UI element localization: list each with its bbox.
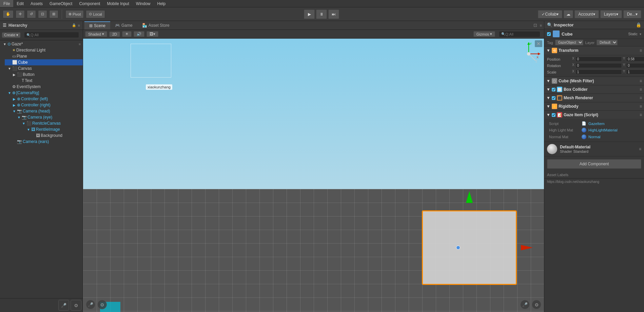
local-button[interactable]: ⊙ Local (86, 10, 105, 18)
pivot-button[interactable]: ⊕ Pivot (65, 10, 84, 18)
2d-button[interactable]: 2D (109, 32, 120, 37)
inspector-lock[interactable]: 🔒 (636, 22, 641, 27)
create-dropdown[interactable]: Create ▾ (2, 33, 20, 38)
mesh-renderer-collapse: ▼ (546, 96, 550, 100)
gaze-item-header[interactable]: ▼ 📝 Gaze Item (Script) ≡ (544, 111, 644, 119)
hierarchy-item-ctrl-right[interactable]: ▶ ⊕ Controller (right) (9, 102, 83, 108)
position-x[interactable] (575, 57, 622, 62)
menu-mobileinput[interactable]: Mobile Input (103, 0, 132, 7)
position-y[interactable] (626, 57, 644, 62)
fx-btn[interactable]: 🖼▾ (147, 31, 158, 37)
step-button[interactable]: ⏭ (328, 9, 339, 19)
layers-button[interactable]: Layers ▾ (600, 10, 622, 18)
hierarchy-item-bg[interactable]: 🖼 Background (28, 132, 83, 139)
scale-x[interactable] (575, 69, 622, 75)
collab-button[interactable]: ✓ Collab ▾ (538, 10, 562, 18)
hierarchy-item-renitcle[interactable]: ▼ ⬛ RenitcleCanvas (19, 120, 83, 126)
tag-dropdown[interactable]: GazeObject (555, 40, 583, 45)
transform-header[interactable]: ▼ ⟲ Transform ≡ (544, 46, 644, 55)
hierarchy-toolbar: Create ▾ 🔍 (0, 30, 83, 40)
menu-assets[interactable]: Assets (27, 0, 46, 7)
tab-assetstore[interactable]: 🏪 Asset Store (137, 22, 174, 29)
hier-label-cam-ears: Camera (ears) (23, 139, 49, 144)
hierarchy-menu[interactable]: ≡ (78, 23, 80, 27)
obj-active-checkbox[interactable] (547, 32, 551, 36)
mic-btn-viewport-r[interactable]: 🎤 (520, 300, 530, 309)
hierarchy-item-cam-eye[interactable]: ▼ 📷 Camera (eye) (14, 114, 83, 120)
menu-component[interactable]: Component (76, 0, 103, 7)
menu-window[interactable]: Window (133, 0, 154, 7)
hierarchy-item-gaze[interactable]: ▼ ⊙ Gaze* ≡ (0, 41, 83, 47)
cloud-button[interactable]: ☁ (564, 10, 573, 18)
layout-button[interactable]: De... ▾ (623, 10, 641, 18)
menu-edit[interactable]: Edit (13, 0, 27, 7)
hierarchy-item-camerarig[interactable]: ▼ ⊕ [CameraRig] (5, 90, 83, 96)
gizmos-dropdown[interactable]: Gizmos ▾ (473, 31, 495, 37)
tab-game[interactable]: 🎮 Game (110, 22, 137, 29)
hierarchy-item-rentile[interactable]: ▼ 🖼 RentileImage (24, 126, 83, 132)
scene-maximize-icon[interactable]: ⊡ (531, 23, 540, 28)
hierarchy-item-canvas[interactable]: ▼ ⬛ Canvas (5, 65, 83, 71)
scene-search-input[interactable] (505, 32, 538, 36)
mic-btn-viewport[interactable]: 🎤 (86, 300, 95, 309)
hierarchy-lock[interactable]: 🔒 (72, 23, 76, 27)
account-button[interactable]: Account ▾ (574, 10, 599, 18)
viewport[interactable]: xiaokunzhang Y (83, 39, 544, 312)
rotation-y[interactable] (626, 63, 644, 68)
hierarchy-item-eventsystem[interactable]: ⚙ EventSystem (5, 84, 83, 90)
rigidbody-menu[interactable]: ≡ (640, 104, 642, 109)
hierarchy-item-button[interactable]: ▶ ⬛ Button (9, 71, 83, 78)
tab-scene[interactable]: ⊞ Scene (84, 21, 110, 29)
transform-menu[interactable]: ≡ (640, 48, 642, 53)
box-collider-menu[interactable]: ≡ (640, 87, 642, 92)
lighting-btn[interactable]: ☀ (122, 31, 132, 37)
circle-btn-hierarchy[interactable]: ⊙ (71, 300, 81, 311)
layer-dropdown[interactable]: Default (597, 40, 618, 45)
tool-rect[interactable]: ⊞ (49, 10, 58, 18)
pause-button[interactable]: ⏸ (316, 9, 327, 19)
tool-move[interactable]: ✛ (16, 10, 25, 18)
rotation-xyz: X Y Z (572, 63, 644, 68)
mesh-filter-menu[interactable]: ≡ (640, 79, 642, 83)
hierarchy-item-cam-head[interactable]: ▼ 📷 Camera (head) (9, 108, 83, 114)
box-collider-enabled[interactable] (552, 88, 555, 91)
play-button[interactable]: ▶ (304, 9, 315, 19)
rigidbody-header[interactable]: ▼ ⚡ Rigidbody ≡ (544, 102, 644, 110)
menu-file[interactable]: File (0, 0, 13, 7)
hierarchy-item-plane[interactable]: ▭ Plane (5, 53, 83, 59)
mesh-renderer-enabled[interactable] (552, 96, 555, 100)
tool-scale[interactable]: ⊡ (38, 10, 47, 18)
hierarchy-search-input[interactable] (31, 33, 77, 37)
mesh-renderer-header[interactable]: ▼ ⬛ Mesh Renderer ≡ (544, 94, 644, 102)
audio-btn[interactable]: 🔊 (134, 31, 144, 37)
hierarchy-item-cube[interactable]: ⬜ Cube (5, 59, 83, 65)
default-mat-menu[interactable]: ≡ (639, 147, 641, 151)
circle-btn-viewport[interactable]: ⊙ (97, 300, 107, 309)
viewport-close-btn[interactable]: ✕ (535, 40, 542, 47)
scene-menu-icon[interactable]: ≡ (540, 23, 544, 27)
move-arrow-right[interactable] (521, 245, 533, 250)
mic-btn-hierarchy[interactable]: 🎤 (58, 300, 69, 311)
rotation-x[interactable] (575, 63, 622, 68)
gaze-item-menu[interactable]: ≡ (640, 112, 642, 117)
gaze-item-enabled[interactable] (552, 113, 555, 117)
hierarchy-item-cam-ears[interactable]: 📷 Camera (ears) (9, 139, 83, 145)
hierarchy-item-ctrl-left[interactable]: ▶ ⊕ Controller (left) (9, 96, 83, 102)
shaded-dropdown[interactable]: Shaded ▾ (85, 31, 107, 37)
menu-gameobject[interactable]: GameObject (46, 0, 76, 7)
mesh-renderer-component: ▼ ⬛ Mesh Renderer ≡ (544, 94, 644, 102)
mesh-filter-header[interactable]: ▼ ⬡ Cube (Mesh Filter) ≡ (544, 77, 644, 85)
scale-y[interactable] (626, 69, 644, 75)
menu-help[interactable]: Help (154, 0, 169, 7)
box-collider-header[interactable]: ▼ ⬜ Box Collider ≡ (544, 85, 644, 93)
tool-rotate[interactable]: ↺ (27, 10, 36, 18)
move-arrow-up[interactable] (466, 191, 473, 203)
static-dropdown[interactable]: ▾ (640, 32, 641, 36)
scene-cube-object[interactable] (422, 210, 517, 285)
hierarchy-item-dirlight[interactable]: ☀ Directional Light (5, 47, 83, 53)
mesh-renderer-menu[interactable]: ≡ (640, 96, 642, 100)
add-component-button[interactable]: Add Component (547, 159, 641, 169)
circle-btn-viewport-r[interactable]: ⊙ (532, 300, 541, 309)
tool-hand[interactable]: ✋ (3, 10, 14, 18)
hierarchy-item-text[interactable]: T Text (14, 78, 83, 84)
